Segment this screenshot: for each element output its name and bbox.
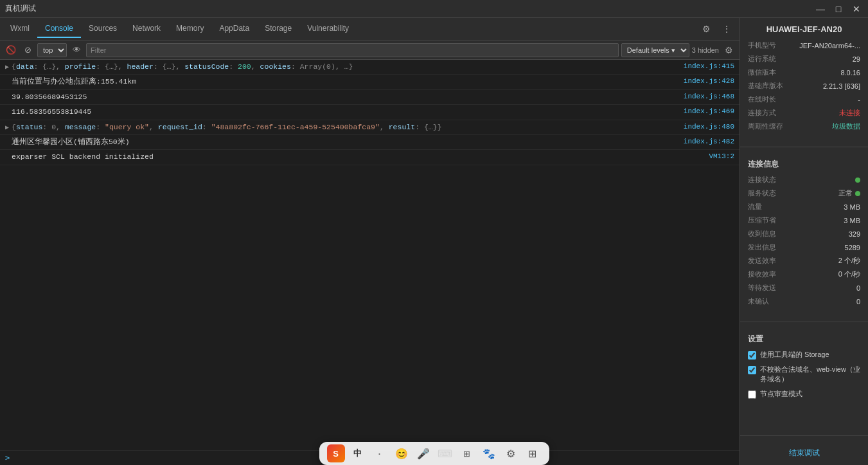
paw-icon[interactable]: 🐾 xyxy=(480,444,498,462)
connection-status-dot xyxy=(855,178,860,183)
online-time-label: 在线时长 xyxy=(748,95,776,104)
wechat-version-label: 微信版本 xyxy=(748,68,776,77)
tab-sources[interactable]: Sources xyxy=(81,20,125,38)
close-button[interactable]: ✕ xyxy=(850,3,863,15)
periodic-save-value[interactable]: 垃圾数据 xyxy=(832,122,860,131)
device-os-row: 运行系统 29 xyxy=(748,54,860,64)
mic-icon[interactable]: 🎤 xyxy=(414,444,432,462)
periodic-save-label: 周期性缓存 xyxy=(748,122,783,131)
tab-vulnerability[interactable]: Vulnerability xyxy=(299,20,357,38)
console-line-6: 通州区华馨园小区(铺西路东50米) index.js:482 xyxy=(0,135,740,150)
node-label: 节点审查模式 xyxy=(760,389,802,399)
connection-info-section: 连接信息 连接状态 服务状态 正常 流量 3 MB 压缩节省 3 MB xyxy=(740,152,868,316)
filter-input[interactable] xyxy=(86,43,619,57)
compressed-label: 压缩节省 xyxy=(748,215,776,225)
traffic-value: 3 MB xyxy=(844,203,860,211)
source-link-5[interactable]: index.js:480 xyxy=(684,122,734,133)
tab-network[interactable]: Network xyxy=(125,20,168,38)
app-grid-icon[interactable]: ⊞ xyxy=(458,444,476,462)
setting-row-domain: 不校验合法域名、web-view（业务域名） xyxy=(748,365,860,384)
console-content-5: {status: 0, message: "query ok", request… xyxy=(12,122,678,133)
eye-icon-btn[interactable]: 👁 xyxy=(69,43,84,57)
base-lib-label: 基础库版本 xyxy=(748,81,783,91)
storage-label: 使用工具端的 Storage xyxy=(760,350,829,360)
source-link-1[interactable]: index.js:415 xyxy=(684,61,734,73)
wechat-version-value: 8.0.16 xyxy=(840,69,860,77)
device-model-row: 手机型号 JEF-AN20arm64-... xyxy=(748,41,860,50)
device-model-value: JEF-AN20arm64-... xyxy=(799,42,860,50)
settings-icon-btn[interactable]: ⚙ xyxy=(698,21,714,37)
console-line-3: 39.80356689453125 index.js:468 xyxy=(0,90,740,105)
emoji-icon[interactable]: 😊 xyxy=(393,444,411,462)
clear-console-button[interactable]: 🚫 xyxy=(4,43,18,57)
source-link-3[interactable]: index.js:468 xyxy=(684,91,734,103)
divider-1 xyxy=(740,147,868,147)
pending-row: 等待发送 0 xyxy=(748,283,860,293)
settings-title: 设置 xyxy=(748,334,860,345)
tab-appdata[interactable]: AppData xyxy=(211,20,257,38)
console-line-1: ▶ {data: {…}, profile: {…}, header: {…},… xyxy=(0,60,740,75)
console-line-7: exparser SCL backend initialized VM13:2 xyxy=(0,150,740,165)
console-content-4: 116.58356553819445 xyxy=(12,106,678,118)
source-link-2[interactable]: index.js:428 xyxy=(684,76,734,87)
pending-value: 0 xyxy=(856,284,860,292)
main-layout: Wxml Console Sources Network Memory AppD… xyxy=(0,18,868,465)
no-arrow-6 xyxy=(5,138,9,148)
settings-icon[interactable]: ⚙ xyxy=(502,444,520,462)
traffic-label: 流量 xyxy=(748,202,762,212)
domain-label: 不校验合法域名、web-view（业务域名） xyxy=(760,365,860,384)
source-link-7[interactable]: VM13:2 xyxy=(709,151,734,163)
unconfirmed-row: 未确认 0 xyxy=(748,296,860,306)
service-status-value: 正常 xyxy=(838,188,853,198)
more-icon-btn[interactable]: ⋮ xyxy=(719,21,734,37)
online-time-value: - xyxy=(858,96,860,104)
filter-toggle-button[interactable]: ⊘ xyxy=(21,43,35,57)
sent-value: 5289 xyxy=(845,244,860,251)
grid-icon[interactable]: ⊞ xyxy=(524,444,542,462)
sogou-icon[interactable]: S xyxy=(327,444,345,462)
minimize-button[interactable]: — xyxy=(814,3,827,15)
received-label: 收到信息 xyxy=(748,229,776,239)
tab-wxml[interactable]: Wxml xyxy=(3,20,37,38)
console-line-5: ▶ {status: 0, message: "query ok", reque… xyxy=(0,120,740,135)
expand-arrow-1[interactable]: ▶ xyxy=(5,62,9,73)
end-debug-button[interactable]: 结束调试 xyxy=(748,448,860,459)
context-select[interactable]: top xyxy=(37,43,67,57)
domain-checkbox[interactable] xyxy=(748,366,756,374)
online-time-row: 在线时长 - xyxy=(748,95,860,104)
console-settings-btn[interactable]: ⚙ xyxy=(722,43,736,57)
service-status-label: 服务状态 xyxy=(748,188,776,198)
console-toolbar: 🚫 ⊘ top 👁 Default levels ▾ 3 hidden ⚙ xyxy=(0,41,740,60)
console-content-7: exparser SCL backend initialized xyxy=(12,151,704,163)
tab-console[interactable]: Console xyxy=(37,20,81,38)
compressed-row: 压缩节省 3 MB xyxy=(748,215,860,225)
console-prompt: > xyxy=(5,453,10,462)
console-line-4: 116.58356553819445 index.js:469 xyxy=(0,105,740,120)
source-link-6[interactable]: index.js:482 xyxy=(684,136,734,148)
expand-arrow-5[interactable]: ▶ xyxy=(5,123,9,133)
tab-memory[interactable]: Memory xyxy=(168,20,211,38)
source-link-4[interactable]: index.js:469 xyxy=(684,106,734,118)
unconfirmed-label: 未确认 xyxy=(748,296,769,306)
tab-storage[interactable]: Storage xyxy=(257,20,299,38)
storage-checkbox[interactable] xyxy=(748,351,756,360)
received-row: 收到信息 329 xyxy=(748,229,860,239)
log-levels-select[interactable]: Default levels ▾ xyxy=(621,43,689,57)
maximize-button[interactable]: □ xyxy=(832,3,845,15)
divider-2 xyxy=(740,322,868,322)
node-checkbox[interactable] xyxy=(748,390,756,399)
divider-3 xyxy=(740,435,868,436)
hidden-count: 3 hidden xyxy=(692,46,719,54)
right-panel: HUAWEI-JEF-AN20 手机型号 JEF-AN20arm64-... 运… xyxy=(740,18,868,465)
console-content-1: {data: {…}, profile: {…}, header: {…}, s… xyxy=(12,61,678,73)
keyboard-icon[interactable]: ⌨ xyxy=(436,444,454,462)
dot-icon[interactable]: · xyxy=(371,444,389,462)
chinese-input-icon[interactable]: 中 xyxy=(349,444,367,462)
tab-bar: Wxml Console Sources Network Memory AppD… xyxy=(0,18,740,41)
console-content-2: 当前位置与办公地点距离:155.41km xyxy=(12,76,678,87)
console-content-3: 39.80356689453125 xyxy=(12,91,678,103)
no-arrow-2 xyxy=(5,77,9,87)
send-rate-row: 发送效率 2 个/秒 xyxy=(748,256,860,266)
device-section: HUAWEI-JEF-AN20 手机型号 JEF-AN20arm64-... 运… xyxy=(740,18,868,141)
no-arrow-4 xyxy=(5,107,9,118)
